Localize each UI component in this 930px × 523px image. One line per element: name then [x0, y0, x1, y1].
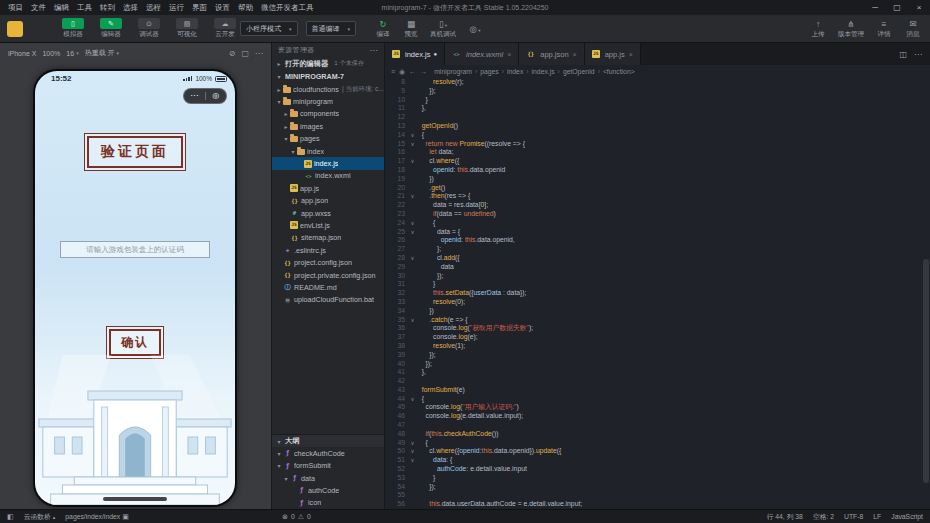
open-editors-section[interactable]: ▸ 打开的编辑器 1 个未保存	[272, 57, 384, 70]
maximize-button[interactable]: ▢	[886, 0, 908, 15]
current-page-path[interactable]: pages/index/index▣	[65, 513, 128, 521]
tab-app.js[interactable]: JSapp.js×	[585, 43, 641, 65]
outline-item-icon[interactable]: ƒicon	[272, 497, 384, 509]
tree-item-components[interactable]: ▸components	[272, 108, 384, 120]
fold-icon[interactable]: ∨	[407, 316, 418, 325]
outline-section[interactable]: ▾ 大纲	[272, 434, 384, 447]
code-line[interactable]: 28∨ cl.add({	[385, 254, 930, 263]
tab-app.json[interactable]: {}app.json×	[519, 43, 584, 65]
debugger-toggle[interactable]: ⊙调试器	[134, 18, 164, 39]
preview-button[interactable]: ▦预览	[402, 18, 420, 39]
details-button[interactable]: ≡详情	[875, 18, 893, 39]
code-line[interactable]: 55	[385, 491, 930, 500]
code-line[interactable]: 52 authCode: e.detail.value.input	[385, 465, 930, 474]
tree-item-.eslintrc.js[interactable]: ◈.eslintrc.js	[272, 244, 384, 256]
code-line[interactable]: 44∨ {	[385, 395, 930, 404]
authcode-input[interactable]	[60, 241, 210, 258]
capsule-more-icon[interactable]: ⋯	[184, 89, 205, 103]
menu-item[interactable]: 帮助	[234, 0, 257, 15]
code-line[interactable]: 13 getOpenId()	[385, 122, 930, 131]
minimize-button[interactable]: ─	[864, 0, 886, 15]
code-line[interactable]: 36 console.log("获取用户数据失败");	[385, 324, 930, 333]
screenshot-icon[interactable]: ▢	[241, 49, 249, 58]
tree-item-project.config.json[interactable]: {}project.config.json	[272, 256, 384, 268]
upload-button[interactable]: ↑上传	[809, 18, 827, 39]
fold-icon[interactable]: ∨	[407, 219, 418, 228]
fold-icon[interactable]: ∨	[407, 192, 418, 201]
tree-item-cloudfunctions[interactable]: ▸cloudfunctions| 当前环境: c...	[272, 83, 384, 95]
code-line[interactable]: 31 }	[385, 280, 930, 289]
outline-item-formSubmit[interactable]: ▾ƒformSubmit	[272, 459, 384, 471]
code-line[interactable]: 25∨ data = {	[385, 228, 930, 237]
outline-item-authCode[interactable]: ƒauthCode	[272, 484, 384, 496]
project-section[interactable]: ▾ MINIPROGRAM-7	[272, 70, 384, 83]
menu-item[interactable]: 工具	[73, 0, 96, 15]
tab-index.js[interactable]: JSindex.js●	[385, 43, 445, 65]
fold-icon[interactable]: ∨	[407, 140, 418, 149]
tree-item-project.private.config.json[interactable]: {}project.private.config.json	[272, 269, 384, 281]
visual-toggle[interactable]: ▧可视化	[172, 18, 202, 39]
menu-item[interactable]: 微信开发者工具	[257, 0, 318, 15]
code-line[interactable]: 38 resolve(1);	[385, 342, 930, 351]
code-line[interactable]: 23 if(data == undefined)	[385, 210, 930, 219]
menu-item[interactable]: 项目	[4, 0, 27, 15]
code-line[interactable]: 19 })	[385, 175, 930, 184]
messages-button[interactable]: ✉消息	[904, 18, 922, 39]
breadcrumb-item[interactable]: index.js	[532, 68, 555, 75]
code-line[interactable]: 45 console.log("用户输入认证码:")	[385, 403, 930, 412]
close-tab-icon[interactable]: ×	[573, 51, 577, 58]
menu-item[interactable]: 选择	[119, 0, 142, 15]
code-line[interactable]: 29 data	[385, 263, 930, 272]
code-line[interactable]: 11 },	[385, 104, 930, 113]
code-area[interactable]: 8 resolve(r);9 });10 }11 },1213 getOpenI…	[385, 78, 930, 509]
simulator-toggle[interactable]: ▯模拟器	[58, 18, 88, 39]
code-line[interactable]: 41 },	[385, 368, 930, 377]
code-line[interactable]: 40 });	[385, 360, 930, 369]
more-compile-button[interactable]: ◎ ▾	[466, 23, 484, 35]
tree-item-images[interactable]: ▸images	[272, 120, 384, 132]
code-line[interactable]: 12	[385, 113, 930, 122]
tree-item-sitemap.json[interactable]: {}sitemap.json	[272, 232, 384, 244]
menu-item[interactable]: 界面	[188, 0, 211, 15]
breadcrumb-item[interactable]: miniprogram	[434, 68, 472, 75]
hot-reload-toggle[interactable]: 热重载 开▾	[85, 48, 119, 58]
code-line[interactable]: 10 }	[385, 96, 930, 105]
fold-icon[interactable]: ∨	[407, 228, 418, 237]
cloud-function-status[interactable]: 云函数桥▴	[24, 512, 56, 522]
code-line[interactable]: 43 formSubmit(e)	[385, 386, 930, 395]
tree-item-app.wxss[interactable]: #app.wxss	[272, 207, 384, 219]
code-line[interactable]: 53 }	[385, 474, 930, 483]
fold-icon[interactable]: ∨	[407, 395, 418, 404]
tree-item-miniprogram[interactable]: ▾miniprogram	[272, 95, 384, 107]
sim-more-icon[interactable]: ⋯	[255, 49, 263, 58]
status-item[interactable]: UTF-8	[844, 513, 863, 520]
split-editor-icon[interactable]: ◫	[899, 50, 907, 59]
breadcrumb-item[interactable]: pages	[480, 68, 499, 75]
breadcrumb-item[interactable]: index	[507, 68, 523, 75]
fold-icon[interactable]: ∨	[407, 157, 418, 166]
status-item[interactable]: 空格: 2	[813, 512, 834, 522]
compile-mode-select[interactable]: 普通编译 ▾	[306, 21, 357, 36]
menu-item[interactable]: 转到	[96, 0, 119, 15]
tree-item-index.js[interactable]: JSindex.js	[272, 157, 384, 169]
code-line[interactable]: 17∨ cl.where({	[385, 157, 930, 166]
close-button[interactable]: ×	[908, 0, 930, 15]
layout-toggle-icon[interactable]: ◧	[7, 513, 14, 521]
more-icon[interactable]: ⋯	[370, 46, 379, 55]
close-tab-icon[interactable]: ×	[629, 51, 633, 58]
fold-icon[interactable]: ∨	[407, 456, 418, 465]
editor-more-icon[interactable]: ⋯	[914, 50, 922, 59]
bookmark-icon[interactable]: ◉	[399, 68, 405, 76]
code-line[interactable]: 35∨ .catch(e => {	[385, 316, 930, 325]
compile-button[interactable]: ↻编译	[374, 18, 392, 39]
code-line[interactable]: 42	[385, 377, 930, 386]
wechat-capsule[interactable]: ⋯ ◎	[183, 88, 227, 104]
code-line[interactable]: 21∨ .then(res => {	[385, 192, 930, 201]
breadcrumb-item[interactable]: <function>	[603, 68, 635, 75]
code-line[interactable]: 51∨ data: {	[385, 456, 930, 465]
menu-item[interactable]: 运行	[165, 0, 188, 15]
version-button[interactable]: ⋔版本管理	[838, 18, 864, 39]
tree-item-envList.js[interactable]: JSenvList.js	[272, 219, 384, 231]
tree-item-uploadCloudFunction.bat[interactable]: ▤uploadCloudFunction.bat	[272, 294, 384, 306]
code-line[interactable]: 20 .get()	[385, 184, 930, 193]
